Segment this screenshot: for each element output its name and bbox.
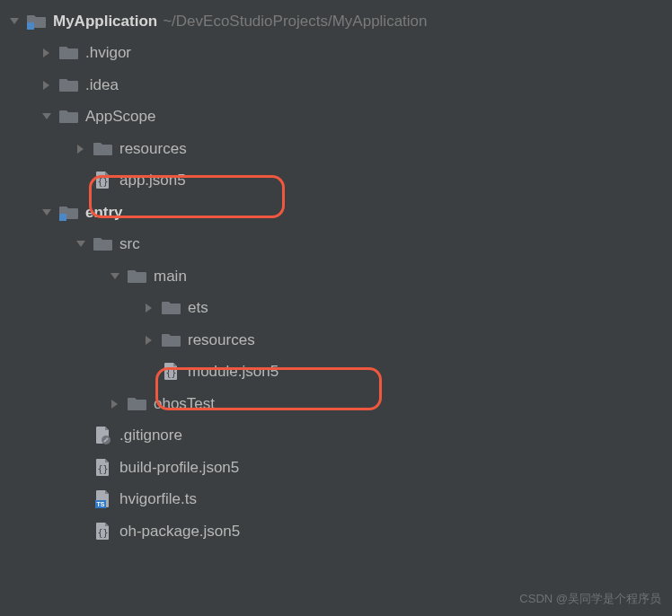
- project-tree[interactable]: MyApplication ~/DevEcoStudioProjects/MyA…: [0, 0, 672, 548]
- tree-row-oh-package[interactable]: oh-package.json5: [0, 515, 672, 548]
- tree-row-gitignore[interactable]: .gitignore: [0, 420, 672, 453]
- tree-row-entry[interactable]: entry: [0, 197, 672, 229]
- indent-spacer: [72, 436, 93, 436]
- folder-icon: [128, 267, 147, 286]
- tree-label: AppScope: [85, 108, 155, 126]
- chevron-down-icon[interactable]: [106, 268, 124, 286]
- folder-icon: [93, 234, 113, 254]
- tree-row-build-profile[interactable]: build-profile.json5: [0, 452, 672, 484]
- tree-row-appscope[interactable]: AppScope: [0, 101, 672, 134]
- indent-spacer: [72, 531, 93, 532]
- indent-spacer: [72, 467, 93, 468]
- tree-row-src[interactable]: src: [0, 229, 672, 261]
- tree-row-idea[interactable]: .idea: [0, 69, 672, 101]
- tree-label: app.json5: [119, 172, 186, 189]
- tree-row-ohostest[interactable]: ohosTest: [0, 388, 672, 420]
- chevron-down-icon[interactable]: [38, 204, 56, 222]
- json-file-icon: [162, 362, 181, 382]
- tree-row-main-resources[interactable]: resources: [0, 324, 672, 356]
- tree-row-hvigor[interactable]: .hvigor: [0, 38, 672, 70]
- tree-row-root[interactable]: MyApplication ~/DevEcoStudioProjects/MyA…: [0, 5, 672, 38]
- tree-label: oh-package.json5: [119, 523, 240, 541]
- folder-icon: [59, 75, 79, 95]
- tree-label: .hvigor: [85, 44, 131, 62]
- tree-row-module-json5[interactable]: module.json5: [0, 356, 672, 389]
- folder-icon: [93, 139, 113, 159]
- tree-label: resources: [188, 331, 255, 349]
- tree-label: ets: [188, 299, 208, 317]
- folder-icon: [162, 298, 181, 318]
- tree-label: module.json5: [188, 363, 279, 381]
- tree-label: .gitignore: [119, 427, 182, 444]
- tree-label: ohosTest: [154, 395, 215, 413]
- project-name: MyApplication: [53, 13, 157, 31]
- folder-icon: [162, 330, 181, 350]
- folder-icon: [59, 43, 79, 63]
- tree-label: hvigorfile.ts: [119, 490, 197, 508]
- json-file-icon: [93, 458, 113, 478]
- chevron-right-icon[interactable]: [38, 44, 56, 62]
- chevron-right-icon[interactable]: [106, 395, 124, 413]
- tree-label: src: [119, 235, 140, 253]
- folder-icon: [59, 107, 79, 127]
- indent-spacer: [72, 499, 93, 500]
- tree-label: resources: [119, 140, 187, 158]
- indent-spacer: [72, 180, 93, 181]
- module-folder-icon: [59, 203, 79, 223]
- tree-label: build-profile.json5: [119, 459, 239, 477]
- chevron-right-icon[interactable]: [38, 76, 56, 94]
- json-file-icon: [93, 171, 113, 190]
- chevron-down-icon[interactable]: [5, 13, 23, 31]
- project-path: ~/DevEcoStudioProjects/MyApplication: [163, 13, 427, 31]
- tree-label: .idea: [85, 76, 119, 94]
- chevron-down-icon[interactable]: [72, 235, 90, 253]
- file-icon: [93, 426, 113, 445]
- tree-row-appscope-resources[interactable]: resources: [0, 133, 672, 165]
- tree-row-hvigorfile[interactable]: hvigorfile.ts: [0, 484, 672, 516]
- tree-label: entry: [85, 204, 123, 222]
- tree-row-app-json5[interactable]: app.json5: [0, 165, 672, 198]
- chevron-right-icon[interactable]: [72, 140, 90, 158]
- chevron-right-icon[interactable]: [140, 331, 158, 349]
- watermark-text: CSDN @吴同学是个程序员: [519, 591, 661, 607]
- tree-label: main: [154, 268, 187, 286]
- indent-spacer: [140, 372, 162, 373]
- json-file-icon: [93, 522, 113, 541]
- chevron-down-icon[interactable]: [38, 108, 56, 126]
- module-folder-icon: [27, 12, 47, 31]
- ts-file-icon: [93, 489, 113, 509]
- tree-row-ets[interactable]: ets: [0, 293, 672, 325]
- folder-icon: [128, 394, 147, 414]
- chevron-right-icon[interactable]: [140, 299, 158, 317]
- tree-row-main[interactable]: main: [0, 260, 672, 293]
